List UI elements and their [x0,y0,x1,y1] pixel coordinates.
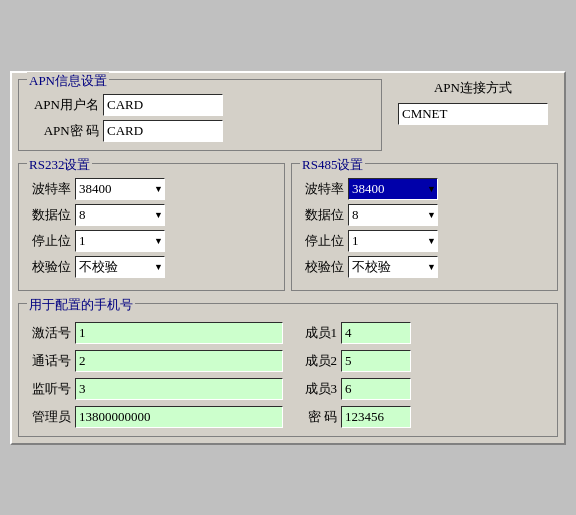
apn-group: APN信息设置 APN用户名 APN密 码 [18,79,382,151]
phone-group: 用于配置的手机号 激活号 成员1 通话号 成员2 监听号 [18,303,558,437]
rs232-group: RS232设置 波特率 9600 19200 38400 57600 11520… [18,163,285,291]
member1-label: 成员1 [293,324,337,342]
rs232-check-row: 校验位 不校验 奇校验 偶校验 [27,256,276,278]
rs232-data-select[interactable]: 7 8 [75,204,165,226]
apn-connection-area: APN连接方式 [388,79,558,157]
apn-connection-input[interactable] [398,103,548,125]
rs485-baud-row: 波特率 9600 19200 38400 57600 115200 [300,178,549,200]
rs485-baud-label: 波特率 [300,180,344,198]
call-label: 通话号 [27,352,71,370]
rs485-data-row: 数据位 7 8 [300,204,549,226]
member3-label: 成员3 [293,380,337,398]
activate-input[interactable] [75,322,283,344]
admin-label: 管理员 [27,408,71,426]
apn-title: APN信息设置 [27,72,109,90]
rs485-check-row: 校验位 不校验 奇校验 偶校验 [300,256,549,278]
apn-password-row: APN密 码 [27,120,373,142]
member2-row: 成员2 [293,350,549,372]
member3-row: 成员3 [293,378,549,400]
rs485-stop-select[interactable]: 1 2 [348,230,438,252]
phone-password-row: 密 码 [293,406,549,428]
apn-connection-label: APN连接方式 [434,79,512,97]
rs232-check-select[interactable]: 不校验 奇校验 偶校验 [75,256,165,278]
rs232-stop-label: 停止位 [27,232,71,250]
apn-username-row: APN用户名 [27,94,373,116]
phone-title: 用于配置的手机号 [27,296,135,314]
rs485-data-label: 数据位 [300,206,344,224]
rs485-data-select[interactable]: 7 8 [348,204,438,226]
call-row: 通话号 [27,350,283,372]
apn-password-label: APN密 码 [27,122,99,140]
member2-input[interactable] [341,350,411,372]
main-container: APN信息设置 APN用户名 APN密 码 APN连接方式 RS232设置 [10,71,566,445]
rs232-baud-select[interactable]: 9600 19200 38400 57600 115200 [75,178,165,200]
rs485-title: RS485设置 [300,156,365,174]
rs485-check-wrapper: 不校验 奇校验 偶校验 [348,256,438,278]
member1-row: 成员1 [293,322,549,344]
member1-input[interactable] [341,322,411,344]
rs485-baud-wrapper: 9600 19200 38400 57600 115200 [348,178,438,200]
phone-password-input[interactable] [341,406,411,428]
phone-grid: 激活号 成员1 通话号 成员2 监听号 成员3 [27,318,549,428]
rs485-data-wrapper: 7 8 [348,204,438,226]
rs232-check-wrapper: 不校验 奇校验 偶校验 [75,256,165,278]
rs232-stop-select[interactable]: 1 2 [75,230,165,252]
rs232-baud-label: 波特率 [27,180,71,198]
rs485-baud-select[interactable]: 9600 19200 38400 57600 115200 [348,178,438,200]
monitor-label: 监听号 [27,380,71,398]
rs232-baud-wrapper: 9600 19200 38400 57600 115200 [75,178,165,200]
rs485-stop-label: 停止位 [300,232,344,250]
rs232-title: RS232设置 [27,156,92,174]
rs485-stop-row: 停止位 1 2 [300,230,549,252]
admin-row: 管理员 [27,406,283,428]
activate-row: 激活号 [27,322,283,344]
admin-input[interactable] [75,406,283,428]
call-input[interactable] [75,350,283,372]
rs232-data-wrapper: 7 8 [75,204,165,226]
rs232-stop-wrapper: 1 2 [75,230,165,252]
rs485-check-select[interactable]: 不校验 奇校验 偶校验 [348,256,438,278]
member3-input[interactable] [341,378,411,400]
activate-label: 激活号 [27,324,71,342]
rs232-baud-row: 波特率 9600 19200 38400 57600 115200 [27,178,276,200]
rs485-group: RS485设置 波特率 9600 19200 38400 57600 11520… [291,163,558,291]
monitor-input[interactable] [75,378,283,400]
rs232-check-label: 校验位 [27,258,71,276]
monitor-row: 监听号 [27,378,283,400]
apn-password-input[interactable] [103,120,223,142]
rs485-check-label: 校验位 [300,258,344,276]
apn-username-input[interactable] [103,94,223,116]
member2-label: 成员2 [293,352,337,370]
rs485-stop-wrapper: 1 2 [348,230,438,252]
rs232-data-row: 数据位 7 8 [27,204,276,226]
phone-password-label: 密 码 [293,408,337,426]
rs232-stop-row: 停止位 1 2 [27,230,276,252]
apn-username-label: APN用户名 [27,96,99,114]
rs232-data-label: 数据位 [27,206,71,224]
